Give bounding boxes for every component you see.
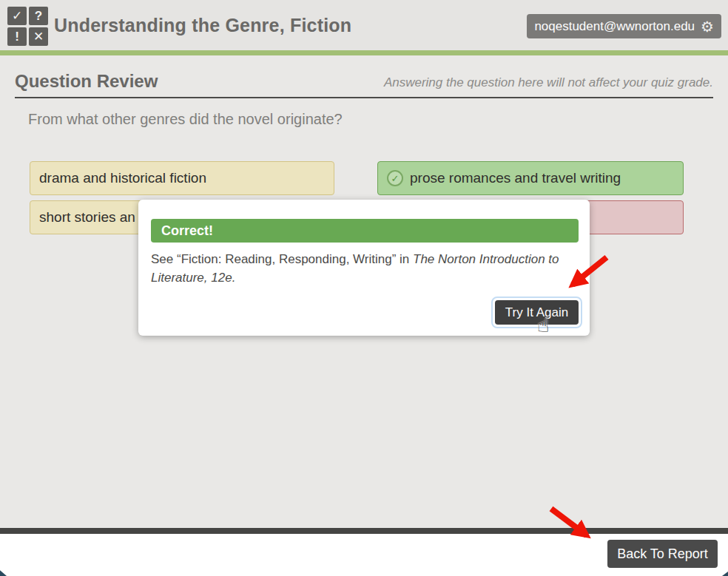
question-text: From what other genres did the novel ori… xyxy=(28,111,343,128)
logo-exclaim-icon: ! xyxy=(7,27,27,46)
answer-option-label: prose romances and travel writing xyxy=(410,170,621,186)
logo-check-icon: ✓ xyxy=(7,7,27,25)
answer-option-prose-romances[interactable]: ✓ prose romances and travel writing xyxy=(377,161,684,195)
grade-note: Answering the question here will not aff… xyxy=(384,75,713,92)
app-logo: ✓ ? ! ✕ xyxy=(7,7,48,46)
citation-prefix: See “Fiction: Reading, Responding, Writi… xyxy=(151,252,413,266)
correct-check-icon: ✓ xyxy=(387,170,403,186)
account-email: noqestudent@wwnorton.edu xyxy=(534,19,695,34)
section-divider xyxy=(15,97,713,98)
feedback-citation-text: See “Fiction: Reading, Responding, Writi… xyxy=(151,250,562,287)
answer-option-label: short stories an xyxy=(39,209,135,226)
gear-icon[interactable]: ⚙ xyxy=(701,19,714,34)
account-menu[interactable]: noqestudent@wwnorton.edu ⚙ xyxy=(527,14,721,38)
logo-cross-icon: ✕ xyxy=(29,27,48,46)
brand-divider xyxy=(0,50,728,55)
hand-cursor-icon: ☝ xyxy=(537,314,549,337)
correct-status-label: Correct! xyxy=(161,223,213,239)
back-to-report-button[interactable]: Back To Report xyxy=(607,540,718,568)
page-title: Understanding the Genre, Fiction xyxy=(54,0,351,50)
logo-question-icon: ? xyxy=(29,7,48,25)
app-header: ✓ ? ! ✕ Understanding the Genre, Fiction… xyxy=(0,0,728,50)
citation-suffix: . xyxy=(232,271,236,285)
section-title: Question Review xyxy=(15,71,158,92)
footer-divider-bar xyxy=(0,528,728,534)
answer-option-label: drama and historical fiction xyxy=(39,170,206,186)
correct-status-banner: Correct! xyxy=(151,219,579,243)
feedback-modal: Correct! See “Fiction: Reading, Respondi… xyxy=(138,200,590,336)
review-header: Question Review Answering the question h… xyxy=(15,71,713,92)
quiz-review-screen: ✓ ? ! ✕ Understanding the Genre, Fiction… xyxy=(0,0,728,576)
answer-option-drama[interactable]: drama and historical fiction xyxy=(30,161,334,195)
